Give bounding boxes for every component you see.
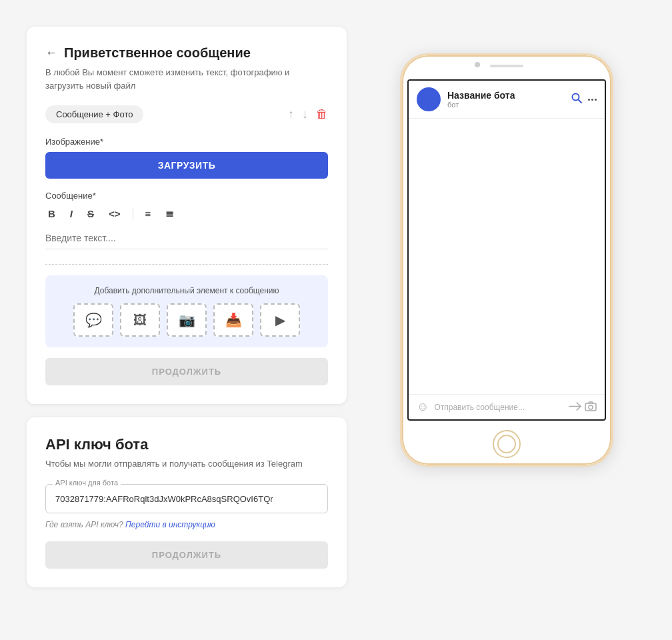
delete-button[interactable]: 🗑 — [316, 107, 328, 121]
api-key-card: API ключ бота Чтобы мы могли отправлять … — [27, 417, 347, 587]
api-help-prefix: Где взять API ключ? — [45, 520, 123, 529]
api-continue-button[interactable]: ПРОДОЛЖИТЬ — [45, 541, 328, 569]
phone-home-button[interactable] — [493, 430, 521, 458]
camera-icon[interactable] — [585, 401, 597, 414]
send-icon[interactable] — [565, 399, 582, 415]
chat-avatar — [417, 87, 441, 111]
chat-messages — [409, 119, 605, 394]
image-label: Изображение* — [45, 137, 328, 147]
gallery-element-button[interactable]: 📷 — [167, 303, 207, 337]
phone-home-inner — [497, 435, 516, 453]
code-button[interactable]: <> — [106, 207, 123, 221]
api-help-link[interactable]: Перейти в инструкцию — [125, 520, 215, 529]
move-down-button[interactable]: ↓ — [302, 107, 308, 121]
chat-info: Название бота бот — [447, 90, 564, 109]
chat-header-actions — [571, 92, 597, 107]
chat-bot-name: Название бота — [447, 90, 564, 101]
move-up-button[interactable]: ↑ — [288, 107, 294, 121]
api-card-subtitle: Чтобы мы могли отправлять и получать соо… — [45, 457, 328, 471]
text-element-button[interactable]: 💬 — [73, 303, 113, 337]
add-element-title: Добавить дополнительный элемент к сообще… — [56, 286, 317, 295]
card-subtitle: В любой Вы момент сможете изменить текст… — [45, 66, 328, 92]
video-icon: ▶ — [275, 312, 285, 328]
italic-button[interactable]: I — [67, 207, 75, 221]
phone-container: Название бота бот — [373, 27, 640, 467]
phone-mockup: Название бота бот — [400, 53, 613, 467]
api-help-text: Где взять API ключ? Перейти в инструкцию — [45, 520, 328, 529]
search-icon[interactable] — [571, 92, 583, 107]
welcome-message-card: ← Приветственное сообщение В любой Вы мо… — [27, 27, 347, 404]
gallery-icon: 📷 — [179, 312, 195, 328]
chat-input-placeholder[interactable]: Отправить сообщение... — [434, 403, 563, 412]
phone-screen: Название бота бот — [407, 79, 606, 421]
strike-button[interactable]: S — [85, 207, 97, 221]
image-icon: 🖼 — [133, 313, 147, 328]
message-text-input[interactable] — [45, 227, 328, 249]
type-actions: ↑ ↓ 🗑 — [288, 107, 328, 121]
type-selector-row: Сообщение + Фото ↑ ↓ 🗑 — [45, 105, 328, 123]
phone-camera — [475, 62, 480, 67]
message-label: Сообщение* — [45, 191, 328, 201]
bold-button[interactable]: B — [45, 207, 58, 221]
upload-button[interactable]: ЗАГРУЗИТЬ — [45, 152, 328, 179]
ordered-list-button[interactable]: ≡ — [143, 207, 154, 221]
chat-bot-status: бот — [447, 101, 564, 109]
phone-speaker — [490, 65, 523, 67]
unordered-list-button[interactable]: ≣ — [163, 206, 177, 221]
section-divider — [45, 264, 328, 265]
svg-point-4 — [589, 405, 593, 409]
emoji-icon[interactable]: ☺ — [417, 400, 429, 414]
image-section: Изображение* ЗАГРУЗИТЬ — [45, 137, 328, 191]
type-pill[interactable]: Сообщение + Фото — [45, 105, 143, 123]
text-toolbar: B I S <> ≡ ≣ — [45, 206, 328, 221]
chat-header: Название бота бот — [409, 81, 605, 119]
back-button[interactable]: ← — [45, 46, 57, 60]
message-section: Сообщение* B I S <> ≡ ≣ — [45, 191, 328, 257]
api-card-title: API ключ бота — [45, 436, 328, 453]
api-key-input[interactable] — [55, 494, 318, 504]
toolbar-divider — [133, 207, 133, 219]
api-input-label: API ключ для бота — [53, 479, 121, 487]
svg-line-1 — [578, 99, 581, 103]
more-options-icon[interactable] — [588, 99, 597, 101]
api-input-wrapper: API ключ для бота — [45, 484, 328, 513]
image-element-button[interactable]: 🖼 — [120, 303, 160, 337]
file-icon: 📥 — [225, 312, 242, 328]
card-title: Приветственное сообщение — [64, 45, 251, 61]
card-header: ← Приветственное сообщение — [45, 45, 328, 61]
add-element-box: Добавить дополнительный элемент к сообще… — [45, 275, 328, 347]
chat-input-bar: ☺ Отправить сообщение... — [409, 394, 605, 419]
chat-icon: 💬 — [85, 312, 102, 328]
video-element-button[interactable]: ▶ — [260, 303, 300, 337]
welcome-continue-button[interactable]: ПРОДОЛЖИТЬ — [45, 358, 328, 385]
svg-line-2 — [569, 401, 581, 412]
file-element-button[interactable]: 📥 — [213, 303, 253, 337]
element-icons-row: 💬 🖼 📷 📥 ▶ — [56, 303, 317, 337]
